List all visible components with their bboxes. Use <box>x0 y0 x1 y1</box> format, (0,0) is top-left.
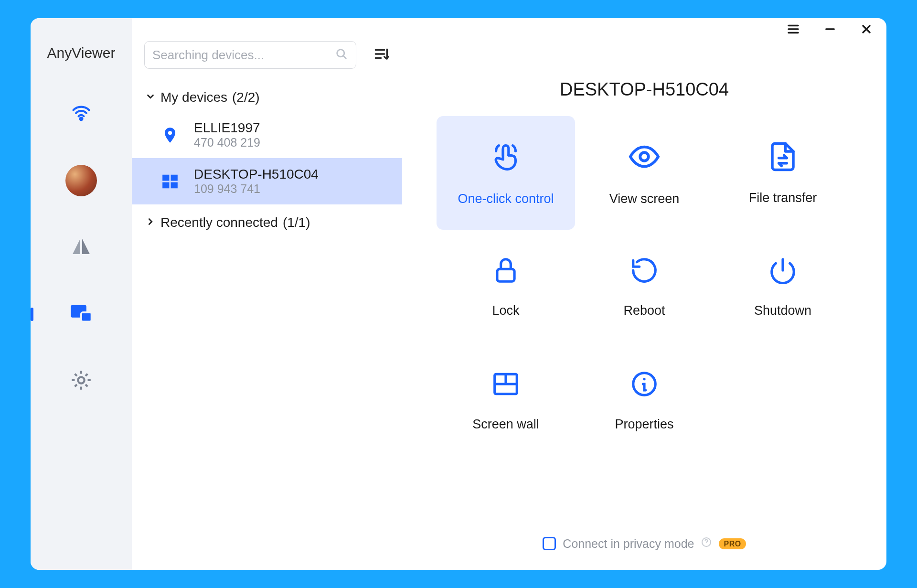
gear-icon <box>69 368 93 394</box>
eye-icon <box>628 140 661 175</box>
tree-recent[interactable]: Recently connected (1/1) <box>132 208 402 237</box>
sort-icon[interactable] <box>373 46 390 64</box>
action-one-click-control[interactable]: One-click control <box>437 116 575 230</box>
windows-icon <box>159 172 181 191</box>
action-screen-wall[interactable]: Screen wall <box>437 343 575 457</box>
mirror-icon <box>70 235 93 260</box>
device-name: DESKTOP-H510C04 <box>194 167 319 182</box>
touch-icon <box>489 140 522 175</box>
detail-panel: DESKTOP-H510C04 One-click control <box>402 18 886 570</box>
count: (1/1) <box>283 215 310 230</box>
pro-badge: PRO <box>719 538 746 549</box>
svg-rect-9 <box>171 182 178 188</box>
avatar <box>65 165 97 196</box>
label: File transfer <box>749 191 817 205</box>
minimize-button[interactable] <box>823 22 837 38</box>
main-area: My devices (2/2) ELLIE1997 470 408 219 <box>132 18 886 570</box>
info-icon <box>629 369 659 401</box>
action-properties[interactable]: Properties <box>575 343 714 457</box>
label: Screen wall <box>472 417 539 432</box>
sidebar: AnyViewer <box>31 18 132 570</box>
count: (2/2) <box>232 90 260 105</box>
label: Lock <box>492 303 519 318</box>
wifi-icon <box>71 102 92 125</box>
selected-device-title: DESKTOP-H510C04 <box>402 79 886 100</box>
label: One-click control <box>458 192 554 206</box>
actions-grid: One-click control View screen <box>402 116 886 457</box>
label: View screen <box>609 192 680 206</box>
app-window: AnyViewer <box>31 18 886 570</box>
nav-account[interactable] <box>31 161 132 200</box>
lock-icon <box>491 256 521 287</box>
privacy-checkbox[interactable] <box>543 537 556 550</box>
search-input[interactable] <box>152 48 335 63</box>
svg-rect-11 <box>497 269 514 281</box>
label: Recently connected <box>160 215 278 230</box>
search-input-wrap[interactable] <box>144 41 356 69</box>
nav-devices[interactable] <box>31 295 132 333</box>
svg-point-3 <box>78 377 84 383</box>
svg-point-10 <box>640 152 649 161</box>
action-shutdown[interactable]: Shutdown <box>714 230 852 343</box>
chevron-down-icon <box>145 90 156 105</box>
action-reboot[interactable]: Reboot <box>575 230 714 343</box>
location-icon <box>159 126 181 144</box>
label: Properties <box>615 417 673 432</box>
action-view-screen[interactable]: View screen <box>575 116 714 230</box>
svg-rect-6 <box>162 174 169 181</box>
privacy-label: Connect in privacy mode <box>563 537 694 551</box>
svg-rect-8 <box>162 182 169 188</box>
device-list-panel: My devices (2/2) ELLIE1997 470 408 219 <box>132 18 402 570</box>
svg-point-5 <box>168 131 172 135</box>
device-id: 470 408 219 <box>194 136 260 150</box>
label: Shutdown <box>754 303 811 318</box>
svg-rect-7 <box>171 174 178 181</box>
nav-connect[interactable] <box>31 95 132 133</box>
label: Reboot <box>623 303 665 318</box>
chevron-right-icon <box>145 215 156 230</box>
close-button[interactable] <box>860 22 873 38</box>
device-id: 109 943 741 <box>194 182 319 196</box>
devices-icon <box>69 301 94 328</box>
privacy-mode-row: Connect in privacy mode PRO <box>402 536 886 551</box>
nav-direct[interactable] <box>31 228 132 267</box>
device-item[interactable]: ELLIE1997 470 408 219 <box>132 112 402 158</box>
svg-rect-2 <box>81 312 92 322</box>
search-icon <box>335 47 348 63</box>
grid-icon <box>491 369 521 401</box>
brand-label: AnyViewer <box>47 45 116 61</box>
label: My devices <box>160 90 227 105</box>
nav-settings[interactable] <box>31 362 132 400</box>
device-name: ELLIE1997 <box>194 120 260 136</box>
menu-icon[interactable] <box>786 22 800 38</box>
file-transfer-icon <box>767 141 799 174</box>
tree-my-devices[interactable]: My devices (2/2) <box>132 83 402 112</box>
action-file-transfer[interactable]: File transfer <box>714 116 852 230</box>
device-item[interactable]: DESKTOP-H510C04 109 943 741 <box>132 158 402 204</box>
action-lock[interactable]: Lock <box>437 230 575 343</box>
power-icon <box>768 256 798 287</box>
help-icon[interactable] <box>701 536 712 551</box>
reboot-icon <box>629 256 659 287</box>
svg-point-0 <box>80 118 82 120</box>
